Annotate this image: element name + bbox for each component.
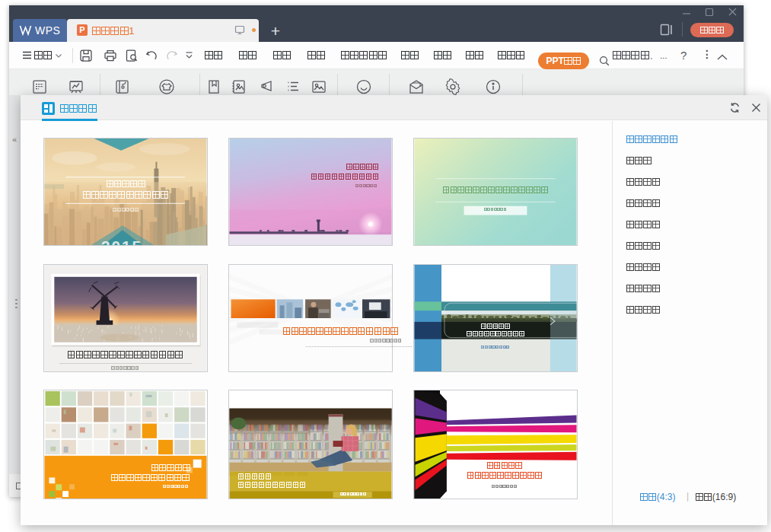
- svg-text:2015: 2015: [101, 237, 142, 246]
